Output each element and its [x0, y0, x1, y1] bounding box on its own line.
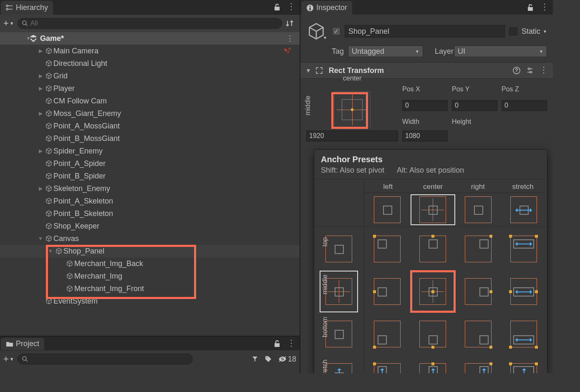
- kebab-icon[interactable]: ⋮: [287, 3, 295, 11]
- hierarchy-item[interactable]: ▶Main Camera: [0, 45, 300, 57]
- hierarchy-item[interactable]: ▶Point_B_MossGiant: [0, 132, 300, 145]
- hierarchy-item[interactable]: ▼Canvas: [0, 232, 300, 245]
- anchor-preset-cell[interactable]: [413, 273, 453, 310]
- hierarchy-item[interactable]: ▶CM Follow Cam: [0, 95, 300, 107]
- anchor-preset-button[interactable]: center middle: [306, 83, 398, 128]
- hierarchy-icon: [6, 5, 13, 10]
- anchor-preset-cell[interactable]: [367, 358, 408, 373]
- anchor-preset-cell[interactable]: [458, 315, 499, 353]
- filter-icon[interactable]: [251, 355, 259, 363]
- hierarchy-item[interactable]: ▶Player: [0, 82, 300, 95]
- anchor-preset-cell[interactable]: [458, 358, 499, 373]
- fold-icon[interactable]: ▼: [305, 67, 311, 74]
- hierarchy-item[interactable]: ▶Point_B_Spider: [0, 170, 300, 182]
- create-button[interactable]: + ▼: [3, 18, 14, 29]
- fold-icon[interactable]: ▼: [37, 236, 44, 241]
- anchor-preset-cell[interactable]: [503, 273, 544, 310]
- active-checkbox[interactable]: ✓: [332, 27, 340, 35]
- anchor-preset-cell[interactable]: [367, 196, 408, 223]
- hierarchy-search[interactable]: [18, 18, 282, 29]
- posy-input[interactable]: 0: [452, 100, 497, 111]
- anchor-preset-cell[interactable]: [503, 315, 544, 353]
- tag-dropdown[interactable]: Untagged▼: [348, 45, 423, 57]
- hierarchy-item-label: Shop_Keeper: [53, 222, 99, 231]
- hierarchy-tree[interactable]: ▼ Game* ⋮ ▶Main Camera▶Directional Light…: [0, 32, 300, 336]
- gameobject-icon: [44, 110, 53, 117]
- fold-icon[interactable]: ▶: [37, 85, 44, 91]
- kebab-icon[interactable]: ⋮: [540, 4, 549, 11]
- project-tab[interactable]: Project: [1, 338, 44, 350]
- hierarchy-item[interactable]: ▶Point_A_Spider: [0, 157, 300, 170]
- hierarchy-item[interactable]: ▶Merchant_Img: [0, 270, 300, 282]
- fold-icon[interactable]: ▶: [37, 148, 44, 154]
- anchor-preset-cell[interactable]: [503, 196, 544, 223]
- tag-icon[interactable]: [265, 355, 272, 363]
- hierarchy-item[interactable]: ▶Merchant_Img_Back: [0, 257, 300, 270]
- hierarchy-item[interactable]: ▶Point_B_Skeleton: [0, 207, 300, 220]
- unlock-icon[interactable]: [274, 3, 280, 11]
- gameobject-icon: [44, 185, 53, 192]
- project-search[interactable]: [18, 354, 193, 364]
- hierarchy-item[interactable]: ▶Moss_Giant_Enemy: [0, 107, 300, 120]
- anchor-preset-cell[interactable]: [367, 230, 408, 268]
- hierarchy-item[interactable]: ▶Point_A_MossGiant: [0, 120, 300, 132]
- anchor-preset-cell[interactable]: [413, 230, 453, 268]
- anchor-preset-cell[interactable]: [458, 196, 499, 223]
- anchor-preset-cell[interactable]: [413, 315, 453, 353]
- rect-transform-header[interactable]: ▼ Rect Transform ? ⋮: [300, 62, 553, 79]
- scene-row[interactable]: ▼ Game* ⋮: [0, 32, 300, 45]
- anchor-preset-cell[interactable]: [413, 196, 453, 223]
- gameobject-icon: [44, 85, 53, 92]
- anchor-preset-cell[interactable]: [367, 273, 408, 310]
- hierarchy-item[interactable]: ▼Shop_Panel: [0, 245, 300, 257]
- visibility-icon[interactable]: 18: [278, 355, 296, 364]
- object-name-input[interactable]: [345, 25, 505, 38]
- folder-icon: [6, 341, 13, 347]
- project-search-input[interactable]: [30, 355, 188, 363]
- hierarchy-search-input[interactable]: [30, 20, 277, 27]
- hierarchy-tab[interactable]: Hierarchy: [1, 1, 53, 15]
- kebab-icon[interactable]: ⋮: [287, 340, 295, 347]
- anchor-preset-cell[interactable]: [503, 358, 544, 373]
- unlock-icon[interactable]: [274, 340, 280, 347]
- hierarchy-item[interactable]: ▶Merchant_Img_Front: [0, 282, 300, 295]
- hierarchy-item[interactable]: ▶Directional Light: [0, 57, 300, 70]
- fold-icon[interactable]: ▶: [37, 48, 44, 54]
- width-input[interactable]: 1920: [306, 131, 398, 141]
- anchor-preset-cell[interactable]: [458, 273, 499, 310]
- static-label[interactable]: Static ▼: [522, 27, 547, 36]
- project-toolbar: + ▼: [0, 350, 300, 368]
- scene-kebab-icon[interactable]: ⋮: [286, 34, 294, 43]
- anchor-presets-popup: Anchor Presets Shift: Also set pivot Alt…: [314, 149, 547, 373]
- anchor-preset-cell[interactable]: [503, 230, 544, 268]
- fold-icon[interactable]: ▶: [37, 73, 44, 79]
- posz-input[interactable]: 0: [502, 100, 547, 111]
- settings-icon[interactable]: [526, 67, 534, 74]
- fold-icon[interactable]: ▼: [26, 35, 31, 41]
- anchor-preset-cell[interactable]: [413, 358, 453, 373]
- hierarchy-item[interactable]: ▶Spider_Enemy: [0, 145, 300, 157]
- hierarchy-item[interactable]: ▶Skeleton_Enemy: [0, 182, 300, 195]
- kebab-icon[interactable]: ⋮: [540, 67, 548, 74]
- unlock-icon[interactable]: [527, 4, 534, 11]
- help-icon[interactable]: ?: [513, 67, 520, 74]
- posx-input[interactable]: 0: [402, 100, 448, 111]
- hierarchy-item[interactable]: ▶Point_A_Skeleton: [0, 195, 300, 207]
- fold-icon[interactable]: ▶: [37, 186, 44, 191]
- height-input[interactable]: 1080: [402, 131, 448, 141]
- hierarchy-item[interactable]: ▶EventSystem: [0, 295, 300, 307]
- project-create-button[interactable]: + ▼: [3, 354, 14, 364]
- fold-icon[interactable]: ▶: [37, 111, 44, 116]
- layer-dropdown[interactable]: UI▼: [454, 45, 547, 57]
- gameobject-icon[interactable]: ▼: [306, 20, 328, 42]
- sort-icon[interactable]: [285, 20, 296, 27]
- hierarchy-item[interactable]: ▶Shop_Keeper: [0, 220, 300, 232]
- gameobject-icon: [44, 210, 53, 217]
- static-checkbox[interactable]: [509, 27, 517, 35]
- inspector-tab[interactable]: Inspector: [301, 1, 352, 15]
- fold-icon[interactable]: ▼: [47, 248, 54, 254]
- anchor-preset-cell[interactable]: [458, 230, 499, 268]
- hierarchy-item[interactable]: ▶Grid: [0, 70, 300, 82]
- anchor-preset-cell[interactable]: [367, 315, 408, 353]
- hierarchy-item-label: Point_B_Skeleton: [53, 209, 113, 218]
